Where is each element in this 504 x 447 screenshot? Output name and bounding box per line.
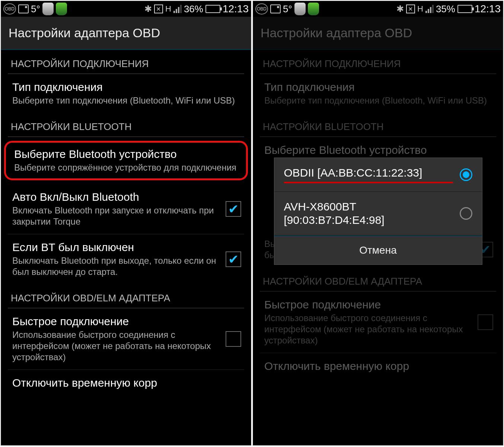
gallery-icon xyxy=(270,4,281,13)
radio-selected-icon[interactable] xyxy=(460,168,472,181)
setting-cutoff[interactable]: Отключить временную корр xyxy=(1,370,251,397)
dialog-option-label: AVH-X8600BT [90:03:B7:D4:E4:98] xyxy=(284,200,453,227)
setting-connection-type[interactable]: Тип подключения Выберите тип подключения… xyxy=(253,74,503,113)
dialog-option-obdii[interactable]: OBDII [AA:BB:CC:11:22:33] xyxy=(274,158,482,192)
bt-device-dialog: OBDII [AA:BB:CC:11:22:33] AVH-X8600BT [9… xyxy=(274,158,482,265)
setting-subtitle: Использование быстрого соединения с инте… xyxy=(12,329,220,363)
setting-title: Быстрое подключение xyxy=(264,298,472,311)
settings-list[interactable]: НАСТРОЙКИ ПОДКЛЮЧЕНИЯ Тип подключения Вы… xyxy=(1,50,251,445)
battery-percent: 35% xyxy=(436,3,455,15)
setting-auto-bt[interactable]: Авто Вкл/Выкл Bluetooth Включать Bluetoo… xyxy=(1,184,251,234)
section-connection-header: НАСТРОЙКИ ПОДКЛЮЧЕНИЯ xyxy=(253,50,503,73)
dialog-cancel-button[interactable]: Отмена xyxy=(274,235,482,264)
setting-subtitle: Выключать Bluetooth при выходе, только е… xyxy=(12,255,220,278)
obd-icon: OBD xyxy=(255,3,268,15)
setting-subtitle: Выберите сопряжённое устройство для подк… xyxy=(14,162,239,173)
setting-bt-if-off[interactable]: Если BT был выключен Выключать Bluetooth… xyxy=(1,234,251,284)
battery-icon xyxy=(457,5,472,13)
dialog-option-label: OBDII [AA:BB:CC:11:22:33] xyxy=(284,166,453,180)
checkbox-checked-icon[interactable]: ✔ xyxy=(226,201,241,217)
highlight-underline xyxy=(284,182,453,183)
setting-title: Тип подключения xyxy=(12,81,241,93)
box-x-icon: ✕ xyxy=(406,4,415,13)
antivirus-icon xyxy=(308,3,319,15)
setting-subtitle: Выберите тип подключения (Bluetooth, WiF… xyxy=(264,95,493,106)
status-bar: OBD 5° ✱ ✕ H 36% 12:13 xyxy=(1,1,251,17)
checkbox-checked-icon[interactable]: ✔ xyxy=(226,251,241,267)
setting-title: Отключить временную корр xyxy=(12,377,241,389)
box-x-icon: ✕ xyxy=(154,4,163,13)
setting-title: Выберите Bluetooth устройство xyxy=(14,148,239,161)
clock: 12:13 xyxy=(475,3,501,15)
section-obd-header: НАСТРОЙКИ OBD/ELM АДАПТЕРА xyxy=(1,284,251,308)
battery-percent: 36% xyxy=(184,3,203,15)
setting-subtitle: Использование быстрого соединения с инте… xyxy=(264,313,472,346)
checkbox-unchecked-icon[interactable]: ✔ xyxy=(478,314,493,330)
checkbox-unchecked-icon[interactable]: ✔ xyxy=(226,331,241,347)
temperature: 5° xyxy=(283,3,292,15)
section-obd-header: НАСТРОЙКИ OBD/ELM АДАПТЕРА xyxy=(253,267,503,291)
status-bar: OBD 5° ✱ ✕ H 35% 12:13 xyxy=(253,1,503,17)
setting-title: Авто Вкл/Выкл Bluetooth xyxy=(12,191,220,203)
obd-icon: OBD xyxy=(3,3,16,15)
shield-icon xyxy=(294,3,306,15)
network-type-icon: H xyxy=(165,4,171,14)
setting-fast-connect[interactable]: Быстрое подключение Использование быстро… xyxy=(253,292,503,353)
signal-icon xyxy=(425,5,434,13)
antivirus-icon xyxy=(56,3,67,15)
phone-right: OBD 5° ✱ ✕ H 35% 12:13 Настройки адаптер… xyxy=(253,1,503,446)
section-bluetooth-header: НАСТРОЙКИ BLUETOOTH xyxy=(253,113,503,136)
setting-select-bt-device[interactable]: Выберите Bluetooth устройство Выберите с… xyxy=(4,141,248,180)
setting-title: Выберите Bluetooth устройство xyxy=(264,144,493,156)
bluetooth-icon: ✱ xyxy=(396,4,404,14)
section-bluetooth-header: НАСТРОЙКИ BLUETOOTH xyxy=(1,113,251,136)
page-title: Настройки адаптера OBD xyxy=(1,17,251,50)
gallery-icon xyxy=(18,4,29,13)
signal-icon xyxy=(173,5,182,13)
setting-title: Отключить временную корр xyxy=(264,360,493,372)
radio-unselected-icon[interactable] xyxy=(460,207,472,220)
shield-icon xyxy=(42,3,54,15)
battery-icon xyxy=(205,5,220,13)
setting-subtitle: Выберите тип подключения (Bluetooth, WiF… xyxy=(12,95,241,106)
setting-connection-type[interactable]: Тип подключения Выберите тип подключения… xyxy=(1,74,251,113)
clock: 12:13 xyxy=(223,3,249,15)
dialog-option-avh[interactable]: AVH-X8600BT [90:03:B7:D4:E4:98] xyxy=(274,192,482,235)
page-title: Настройки адаптера OBD xyxy=(253,17,503,50)
phone-left: OBD 5° ✱ ✕ H 36% 12:13 Настройки адаптер… xyxy=(1,1,251,446)
network-type-icon: H xyxy=(417,4,423,14)
temperature: 5° xyxy=(31,3,40,15)
setting-cutoff[interactable]: Отключить временную корр xyxy=(253,353,503,381)
setting-fast-connect[interactable]: Быстрое подключение Использование быстро… xyxy=(1,308,251,370)
setting-title: Тип подключения xyxy=(264,81,493,93)
setting-title: Быстрое подключение xyxy=(12,315,220,328)
setting-title: Если BT был выключен xyxy=(12,241,220,254)
setting-subtitle: Включать Bluetooth при запуске и отключа… xyxy=(12,205,220,227)
bluetooth-icon: ✱ xyxy=(144,4,152,14)
section-connection-header: НАСТРОЙКИ ПОДКЛЮЧЕНИЯ xyxy=(1,50,251,73)
